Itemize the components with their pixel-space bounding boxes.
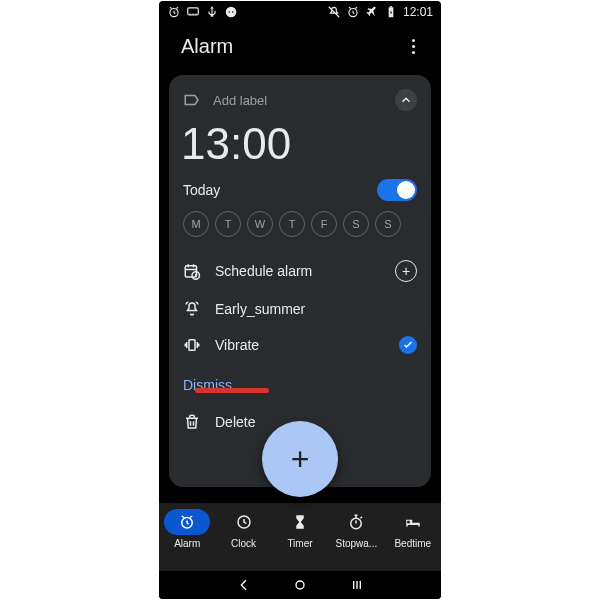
trash-icon [183, 413, 201, 431]
nav-bedtime[interactable]: Bedtime [386, 509, 440, 549]
nav-stopwatch-label: Stopwa... [336, 538, 378, 549]
delete-label: Delete [215, 414, 255, 430]
nav-alarm[interactable]: Alarm [160, 509, 214, 549]
hourglass-icon [291, 513, 309, 531]
day-sun[interactable]: S [375, 211, 401, 237]
stopwatch-icon [347, 513, 365, 531]
calendar-clock-icon [183, 262, 201, 280]
alarm-set-icon [346, 5, 360, 19]
svg-point-3 [192, 13, 193, 14]
nav-clock-label: Clock [231, 538, 256, 549]
app-bar: Alarm [159, 23, 441, 69]
plus-icon: + [291, 441, 310, 478]
airplane-mode-icon [365, 5, 379, 19]
chat-status-icon [224, 5, 238, 19]
sys-back-button[interactable] [232, 573, 256, 597]
status-bar: 12:01 [159, 1, 441, 23]
svg-point-2 [190, 13, 191, 14]
svg-rect-10 [390, 6, 392, 7]
svg-point-5 [226, 7, 237, 18]
clock-icon [235, 513, 253, 531]
schedule-alarm-row[interactable]: Schedule alarm + [183, 251, 417, 291]
add-label-text: Add label [213, 93, 267, 108]
svg-point-17 [296, 581, 304, 589]
day-sat[interactable]: S [343, 211, 369, 237]
svg-point-4 [195, 13, 196, 14]
overflow-menu-button[interactable] [404, 31, 423, 62]
nav-bedtime-label: Bedtime [394, 538, 431, 549]
vibrate-checked-icon [399, 336, 417, 354]
svg-rect-19 [356, 581, 357, 589]
vibrate-icon [183, 336, 201, 354]
nav-timer-label: Timer [287, 538, 312, 549]
add-schedule-button[interactable]: + [395, 260, 417, 282]
svg-rect-13 [189, 340, 195, 351]
schedule-alarm-label: Schedule alarm [215, 263, 312, 279]
nav-timer[interactable]: Timer [273, 509, 327, 549]
add-alarm-fab[interactable]: + [262, 421, 338, 497]
system-nav [159, 571, 441, 599]
nav-alarm-label: Alarm [174, 538, 200, 549]
page-title: Alarm [181, 35, 233, 58]
day-mon[interactable]: M [183, 211, 209, 237]
alarm-sound-label: Early_summer [215, 301, 305, 317]
usb-status-icon [205, 5, 219, 19]
alarm-sound-row[interactable]: Early_summer [183, 291, 417, 327]
sys-home-button[interactable] [288, 573, 312, 597]
nav-stopwatch[interactable]: Stopwa... [329, 509, 383, 549]
bell-ring-icon [183, 300, 201, 318]
cast-status-icon [186, 5, 200, 19]
bottom-nav: Alarm Clock Timer Stopwa... Bedtime [159, 503, 441, 571]
vibrate-label: Vibrate [215, 337, 259, 353]
add-label-button[interactable]: Add label [183, 91, 267, 109]
mute-status-icon [327, 5, 341, 19]
label-icon [183, 91, 201, 109]
alarm-icon [178, 513, 196, 531]
svg-point-7 [232, 11, 234, 13]
svg-point-6 [228, 11, 230, 13]
sys-recents-button[interactable] [345, 573, 369, 597]
alarm-status-icon [167, 5, 181, 19]
nav-clock[interactable]: Clock [217, 509, 271, 549]
alarm-time[interactable]: 13:00 [181, 119, 417, 169]
svg-rect-20 [359, 581, 360, 589]
svg-rect-18 [353, 581, 354, 589]
annotation-underline [195, 388, 269, 393]
day-fri[interactable]: F [311, 211, 337, 237]
battery-status-icon [384, 5, 398, 19]
day-tue[interactable]: T [215, 211, 241, 237]
day-wed[interactable]: W [247, 211, 273, 237]
collapse-button[interactable] [395, 89, 417, 111]
vibrate-row[interactable]: Vibrate [183, 327, 417, 363]
weekday-picker: M T W T F S S [183, 211, 417, 237]
day-thu[interactable]: T [279, 211, 305, 237]
bed-icon [404, 513, 422, 531]
phone-frame: 12:01 Alarm Add label 13:00 Today M [159, 1, 441, 599]
status-time: 12:01 [403, 5, 433, 19]
alarm-day-summary: Today [183, 182, 220, 198]
alarm-enable-toggle[interactable] [377, 179, 417, 201]
